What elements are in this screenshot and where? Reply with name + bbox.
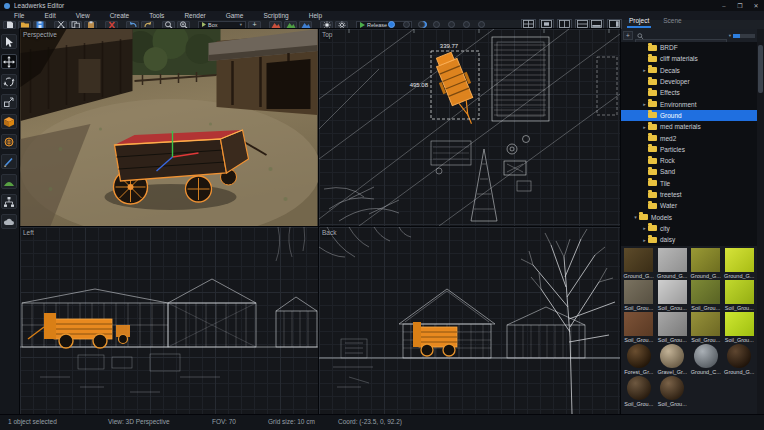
asset-ground-g-[interactable]: Ground_G...	[622, 248, 656, 279]
minimize-button[interactable]: –	[716, 0, 732, 11]
asset-soil-grou-[interactable]: Soil_Grou...	[622, 376, 656, 407]
layout-single-button[interactable]	[539, 19, 554, 30]
cloud-tool-button[interactable]	[1, 214, 17, 229]
rotate-tool-button[interactable]	[1, 74, 17, 89]
asset-ground-g-[interactable]: Ground_G...	[689, 248, 723, 279]
sun-light-button[interactable]	[320, 21, 333, 29]
undo-button[interactable]	[126, 21, 139, 29]
render-mode-button-5[interactable]	[448, 21, 455, 28]
asset-thumbnail[interactable]	[694, 344, 718, 368]
render-mode-button-7[interactable]	[478, 21, 485, 28]
asset-soil-grou-[interactable]: Soil_Grou...	[656, 376, 690, 407]
asset-soil-grou-[interactable]: Soil_Grou...	[723, 280, 757, 311]
close-button[interactable]: ✕	[748, 0, 764, 11]
viewport-perspective[interactable]: Perspective	[20, 29, 318, 226]
expand-arrow-icon[interactable]: ▸	[641, 101, 648, 107]
asset-soil-grou-[interactable]: Soil_Grou...	[622, 280, 656, 311]
asset-thumbnail[interactable]	[627, 344, 651, 368]
tree-item-tile[interactable]: Tile	[621, 178, 757, 189]
asset-thumbnail[interactable]	[624, 312, 653, 336]
asset-soil-grou-[interactable]: Soil_Grou...	[622, 312, 656, 343]
zoom-out-button[interactable]	[162, 21, 175, 29]
asset-soil-grou-[interactable]: Soil_Grou...	[689, 312, 723, 343]
asset-thumbnail[interactable]	[725, 280, 754, 304]
tree-item-med-materials[interactable]: ▸med materials	[621, 121, 757, 132]
panel-scrollbar[interactable]	[757, 42, 764, 414]
paste-button[interactable]	[84, 21, 97, 29]
open-button[interactable]	[18, 21, 31, 29]
toggle-bottom-panel-button[interactable]	[589, 19, 604, 30]
asset-ground-g-[interactable]: Ground_G...	[723, 344, 757, 375]
terrain-water-button[interactable]	[299, 21, 312, 29]
asset-thumbnail[interactable]	[660, 376, 684, 400]
menu-help[interactable]: Help	[299, 12, 332, 19]
terrain-sculpt-button[interactable]	[269, 21, 282, 29]
asset-soil-grou-[interactable]: Soil_Grou...	[723, 312, 757, 343]
asset-forest-gr-[interactable]: Forest_Gr...	[622, 344, 656, 375]
tab-scene[interactable]: Scene	[661, 16, 683, 26]
object-type-dropdown[interactable]: Box ▾	[198, 21, 246, 29]
settings-gear-button[interactable]	[335, 21, 348, 29]
delete-button[interactable]	[105, 21, 118, 29]
expand-arrow-icon[interactable]: ▸	[641, 225, 648, 231]
copy-button[interactable]	[69, 21, 82, 29]
layout-split-vertical-button[interactable]	[557, 19, 572, 30]
tree-item-med2[interactable]: med2	[621, 132, 757, 143]
tree-item-effects[interactable]: Effects	[621, 87, 757, 98]
viewport-left[interactable]: Left	[20, 227, 318, 414]
tree-item-models[interactable]: ▾Models	[621, 211, 757, 222]
tree-item-water[interactable]: Water	[621, 200, 757, 211]
asset-soil-grou-[interactable]: Soil_Grou...	[656, 312, 690, 343]
scale-tool-button[interactable]	[1, 94, 17, 109]
tree-item-rock[interactable]: Rock	[621, 155, 757, 166]
tree-item-daisy[interactable]: ▸daisy	[621, 234, 757, 245]
layout-split-horizontal-button[interactable]	[575, 19, 590, 30]
expand-arrow-icon[interactable]: ▸	[641, 67, 648, 73]
menu-scripting[interactable]: Scripting	[253, 12, 298, 19]
add-object-button[interactable]: +	[248, 21, 261, 29]
filter-chevron-icon[interactable]: ▾	[729, 33, 731, 38]
asset-thumbnail[interactable]	[624, 248, 653, 272]
menu-render[interactable]: Render	[174, 12, 215, 19]
tree-item-treetest[interactable]: treetest	[621, 189, 757, 200]
asset-thumbnail[interactable]	[691, 248, 720, 272]
tree-item-cliff-materials[interactable]: cliff materials	[621, 53, 757, 64]
asset-thumbnail[interactable]	[691, 280, 720, 304]
tree-item-city[interactable]: ▸city	[621, 223, 757, 234]
viewport-back[interactable]: Back	[319, 227, 620, 414]
menu-view[interactable]: View	[66, 12, 100, 19]
thumbnail-size-slider[interactable]	[733, 34, 755, 38]
tree-item-developer[interactable]: Developer	[621, 76, 757, 87]
menu-game[interactable]: Game	[216, 12, 254, 19]
asset-thumbnail[interactable]	[658, 248, 687, 272]
vertex-tool-button[interactable]	[1, 134, 17, 149]
asset-thumbnail[interactable]	[660, 344, 684, 368]
asset-thumbnail[interactable]	[725, 312, 754, 336]
tree-item-brdf[interactable]: BRDF	[621, 42, 757, 53]
tree-item-environment[interactable]: ▸Environment	[621, 98, 757, 109]
viewport-top[interactable]: Top	[319, 29, 620, 226]
terrain-paint-button[interactable]	[284, 21, 297, 29]
menu-file[interactable]: File	[4, 12, 34, 19]
asset-ground-g-[interactable]: Ground_G...	[656, 248, 690, 279]
scrollbar-thumb[interactable]	[758, 45, 763, 93]
render-mode-button-2[interactable]	[403, 21, 410, 28]
asset-thumbnail[interactable]	[624, 280, 653, 304]
tab-project[interactable]: Project	[627, 16, 651, 28]
asset-thumbnail[interactable]	[627, 376, 651, 400]
expand-arrow-icon[interactable]: ▸	[641, 237, 648, 243]
asset-ground-c-[interactable]: Ground_C...	[689, 344, 723, 375]
asset-soil-grou-[interactable]: Soil_Grou...	[689, 280, 723, 311]
menu-create[interactable]: Create	[100, 12, 140, 19]
save-button[interactable]	[33, 21, 46, 29]
expand-arrow-icon[interactable]: ▸	[641, 124, 648, 130]
paint-tool-button[interactable]	[1, 154, 17, 169]
asset-thumbnail[interactable]	[658, 312, 687, 336]
zoom-in-button[interactable]	[177, 21, 190, 29]
tree-item-decals[interactable]: ▸Decals	[621, 65, 757, 76]
asset-soil-grou-[interactable]: Soil_Grou...	[656, 280, 690, 311]
toggle-side-panel-button[interactable]	[607, 19, 622, 30]
render-mode-button-4[interactable]	[433, 21, 440, 28]
menu-edit[interactable]: Edit	[34, 12, 65, 19]
terrain-tool-button[interactable]	[1, 174, 17, 189]
